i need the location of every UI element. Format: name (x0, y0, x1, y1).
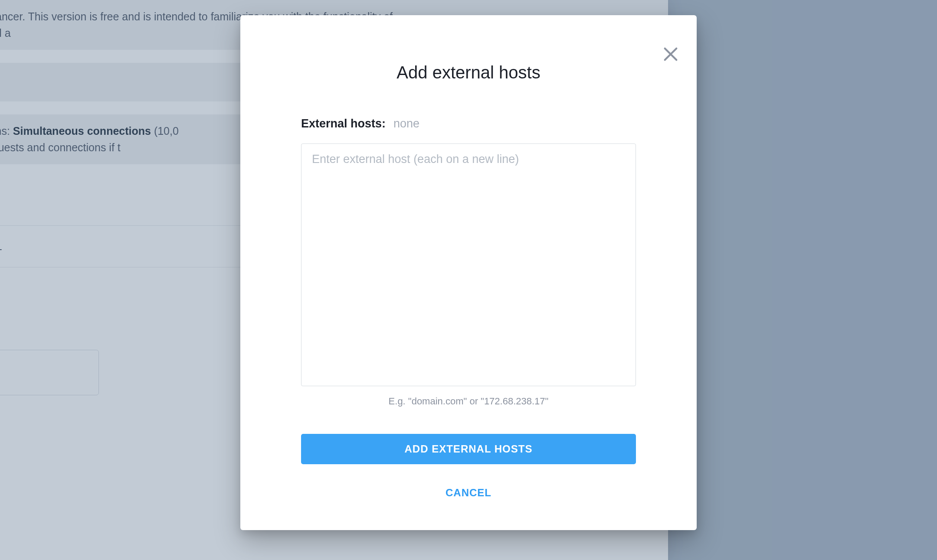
helper-text: E.g. "domain.com" or "172.68.238.17" (301, 396, 636, 407)
close-icon (662, 46, 679, 63)
external-hosts-input[interactable] (301, 143, 636, 386)
modal-overlay: Add external hosts External hosts: none … (0, 0, 937, 560)
add-external-hosts-button[interactable]: ADD EXTERNAL HOSTS (301, 434, 636, 464)
modal-title: Add external hosts (301, 63, 636, 82)
external-hosts-field: External hosts: none (301, 117, 636, 130)
add-external-hosts-modal: Add external hosts External hosts: none … (240, 15, 697, 530)
close-button[interactable] (662, 46, 679, 63)
cancel-button[interactable]: CANCEL (301, 482, 636, 504)
external-hosts-label: External hosts: (301, 117, 386, 130)
external-hosts-value: none (393, 117, 419, 130)
